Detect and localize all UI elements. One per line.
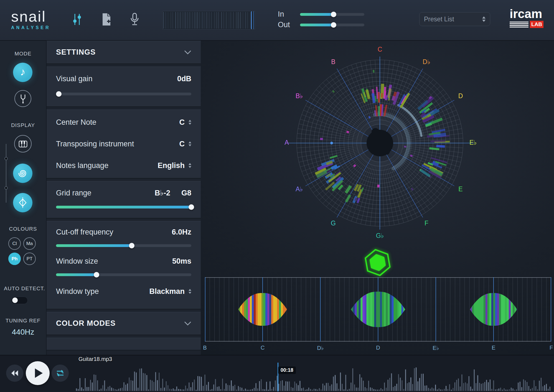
input-gain-row: In xyxy=(278,10,364,19)
visual-gain-slider[interactable] xyxy=(56,93,191,95)
visual-gain-section: Visual gain 0dB xyxy=(47,67,201,107)
mixer-sliders-icon xyxy=(71,13,83,26)
transposing-value: C xyxy=(179,140,185,148)
snail-note-label: G♭ xyxy=(376,232,384,239)
window-type-select[interactable]: Blackman xyxy=(149,287,191,296)
color-modes-section-clipped xyxy=(47,338,201,350)
colour-mode-pt-button[interactable]: PT xyxy=(23,253,36,265)
colours-section-label: COLOURS xyxy=(0,226,46,232)
chevron-down-icon xyxy=(184,321,191,325)
colour-mode-ph-button[interactable]: Ph xyxy=(8,253,21,265)
output-gain-row: Out xyxy=(278,21,364,29)
display-section-label: DISPLAY xyxy=(0,122,46,128)
playback-time-badge: 00:18 xyxy=(278,366,296,374)
window-size-slider[interactable] xyxy=(56,273,191,276)
audio-waveform[interactable] xyxy=(76,363,551,391)
color-modes-collapse-button[interactable] xyxy=(184,321,191,325)
app-window: snail ANALYSER xyxy=(0,0,554,392)
window-size-knob[interactable] xyxy=(94,272,99,278)
rewind-button[interactable] xyxy=(6,365,23,382)
snail-note-label: E♭ xyxy=(469,139,477,146)
note-settings-section: Center Note C Transposing instrument C N… xyxy=(47,110,201,179)
mode-tuner-button[interactable] xyxy=(14,90,31,107)
cutoff-knob[interactable] xyxy=(129,243,134,248)
cutoff-slider[interactable] xyxy=(56,244,191,247)
notes-language-label: Notes language xyxy=(56,161,108,170)
settings-title: SETTINGS xyxy=(56,48,96,57)
main-visualization-area: CD♭DE♭EFG♭GA♭AB♭B BCD♭DE♭EF xyxy=(201,41,554,355)
piano-keyboard-icon xyxy=(18,139,28,149)
grid-range-label: Grid range xyxy=(56,189,155,197)
center-note-label: Center Note xyxy=(56,118,96,127)
grid-range-slider[interactable] xyxy=(56,206,191,208)
colour-mode-ma-button[interactable]: Ma xyxy=(23,237,36,250)
signal-level-meter xyxy=(162,11,255,29)
notes-language-select[interactable]: English xyxy=(157,161,191,170)
color-modes-title: COLOR MODES xyxy=(56,319,116,328)
chevron-down-icon xyxy=(184,50,191,54)
loaded-file-name: Guitar18.mp3 xyxy=(78,356,112,362)
display-link-dot xyxy=(4,186,8,190)
strip-note-label: E xyxy=(492,345,495,351)
center-note-select[interactable]: C xyxy=(179,118,192,127)
app-logo-subtext: ANALYSER xyxy=(11,26,51,30)
visual-gain-label: Visual gain xyxy=(56,75,93,83)
chroma-strip-visualization xyxy=(205,277,551,342)
snail-note-label: B xyxy=(331,58,335,65)
music-note-icon: ♪ xyxy=(20,66,26,78)
auto-detect-label: AUTO DETECT. xyxy=(0,286,46,292)
dropdown-arrows-icon xyxy=(482,15,486,24)
top-bar: snail ANALYSER xyxy=(0,0,554,41)
input-gain-knob[interactable] xyxy=(331,12,336,17)
preset-list-dropdown[interactable]: Preset List xyxy=(419,12,490,26)
spiral-snail-icon xyxy=(17,168,28,179)
loop-button[interactable] xyxy=(52,365,69,382)
auto-detect-toggle[interactable] xyxy=(11,297,28,304)
mode-section-label: MODE xyxy=(0,51,46,57)
snail-note-label: G xyxy=(331,220,336,227)
output-gain-knob[interactable] xyxy=(331,22,336,28)
grid-range-high-value: G8 xyxy=(170,189,191,197)
output-gain-slider[interactable] xyxy=(300,24,364,26)
app-logo: snail ANALYSER xyxy=(11,9,51,30)
input-gain-fill xyxy=(300,13,334,16)
grid-range-low-value: B♭-2 xyxy=(155,189,170,197)
select-arrows-icon xyxy=(189,287,191,295)
select-arrows-icon xyxy=(189,140,191,148)
colour-mode-cl-button[interactable]: Cl xyxy=(8,237,21,250)
strip-note-label: E♭ xyxy=(433,345,439,351)
strip-note-label: F xyxy=(550,345,553,351)
auto-detect-toggle-knob[interactable] xyxy=(12,297,18,303)
transposing-select[interactable]: C xyxy=(179,140,192,148)
snail-note-label: E xyxy=(458,185,462,193)
center-note-value: C xyxy=(179,118,185,127)
display-tuner-grid-button[interactable] xyxy=(13,193,32,212)
rewind-icon xyxy=(11,370,19,376)
play-button[interactable] xyxy=(26,361,50,385)
input-gain-slider[interactable] xyxy=(300,13,364,16)
settings-collapse-button[interactable] xyxy=(184,50,191,54)
diamond-tuner-icon xyxy=(17,197,28,208)
display-snail-button[interactable] xyxy=(13,164,32,183)
mode-music-button[interactable]: ♪ xyxy=(13,63,32,82)
tuning-fork-icon xyxy=(18,93,28,104)
microphone-input-button[interactable] xyxy=(127,11,143,28)
visual-gain-knob[interactable] xyxy=(56,91,62,97)
file-import-icon xyxy=(100,12,113,26)
output-gain-label: Out xyxy=(278,21,294,29)
microphone-icon xyxy=(129,12,141,26)
input-mixer-button[interactable] xyxy=(69,11,85,28)
color-modes-header: COLOR MODES xyxy=(47,312,201,335)
select-arrows-icon xyxy=(189,162,191,169)
open-file-button[interactable] xyxy=(99,11,114,28)
loop-repeat-icon xyxy=(55,368,65,378)
snail-note-label: A♭ xyxy=(296,185,303,193)
settings-header: SETTINGS xyxy=(47,41,201,64)
strip-note-label: D♭ xyxy=(317,345,324,351)
display-keyboard-button[interactable] xyxy=(14,135,32,152)
grid-range-knob[interactable] xyxy=(189,204,194,210)
transport-bar: Guitar18.mp3 00:18 xyxy=(0,355,554,392)
analysis-settings-section: Cut-off frequency 6.0Hz Window size 50ms… xyxy=(47,221,201,309)
ircam-lab-logo: ircam LAB xyxy=(510,8,543,28)
tuning-ref-label: TUNING REF xyxy=(0,318,46,324)
